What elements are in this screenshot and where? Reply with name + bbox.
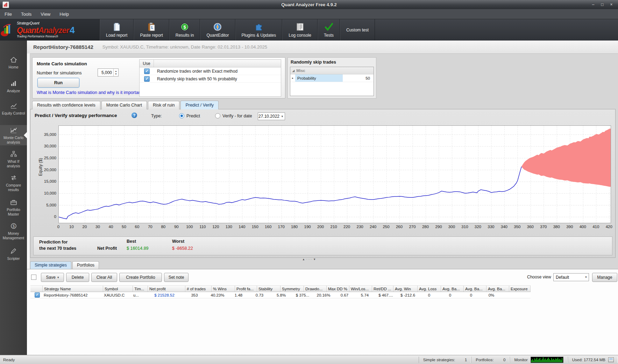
- column-header-symmetry[interactable]: Symmetry: [280, 286, 304, 292]
- verify-date-dropdown[interactable]: 27.10.2022 ▼: [258, 112, 285, 120]
- menu-help[interactable]: Help: [55, 9, 73, 19]
- tab-portfolios[interactable]: Portfolios: [72, 261, 99, 269]
- select-all-checkbox[interactable]: [31, 275, 36, 280]
- equity-chart-area: Equity ($) 05,00010,00015,00020,00025,00…: [33, 123, 612, 233]
- column-header-avg-ba-[interactable]: Avg. Ba...: [486, 286, 509, 292]
- view-dropdown[interactable]: Default ▼: [553, 273, 589, 281]
- spinner-arrows-icon[interactable]: ▲▼: [113, 69, 118, 76]
- simulation-option-row[interactable]: ✓Randomize trades order with Exact metho…: [140, 67, 281, 75]
- create-portfolio-button[interactable]: Create Portfolio: [119, 273, 162, 282]
- column-header-net-profit[interactable]: Net profit: [148, 286, 185, 292]
- simulation-option-row[interactable]: ✓Randomly skip trades with 50 % probabil…: [140, 75, 281, 83]
- cell-strategy-name: ReportHistory-76885142: [42, 292, 102, 298]
- table-row[interactable]: ✓ReportHistory-76885142XAUUSD.Cu...$ 215…: [30, 292, 531, 298]
- tab-simple-strategies[interactable]: Simple strategies: [30, 261, 71, 269]
- column-header-avg-win[interactable]: Avg. Win: [393, 286, 418, 292]
- column-header-avg-ba-[interactable]: Avg. Ba...: [441, 286, 464, 292]
- splitter-down-icon[interactable]: ▼: [313, 258, 316, 261]
- maximize-button[interactable]: □: [598, 1, 606, 8]
- minimize-button[interactable]: –: [589, 1, 597, 8]
- tab-results-with-confidence-levels[interactable]: Results with confidence levels: [32, 101, 100, 109]
- splitter-grip-icon[interactable]: · · · ·: [306, 258, 312, 261]
- horizontal-splitter[interactable]: ▲ · · · · ▼: [0, 258, 618, 261]
- toolbar-tests-button[interactable]: Tests: [318, 19, 340, 41]
- toolbar-plugins-updates-button[interactable]: Plugins & Updates: [235, 19, 283, 41]
- menu-view[interactable]: View: [36, 9, 55, 19]
- button-label: Set note: [169, 275, 184, 280]
- set-note-button[interactable]: Set note: [164, 273, 189, 282]
- monte-carlo-info-link[interactable]: What is Monte Carlo simulation and why i…: [37, 90, 144, 95]
- sidebar-item-analyze[interactable]: Analyze: [0, 78, 27, 99]
- x-axis-tick-label: 410: [591, 225, 601, 229]
- sidebar-item-what-if-analysis[interactable]: What If analysis: [0, 149, 27, 169]
- y-axis-tick-label: 5,000: [40, 203, 56, 207]
- sidebar-item-home[interactable]: Home: [0, 54, 27, 75]
- column-header-stability[interactable]: Stability: [257, 286, 280, 292]
- manage-button[interactable]: Manage: [592, 273, 617, 282]
- verify-radio[interactable]: Verify - for date: [215, 113, 252, 118]
- checkbox-checked-icon[interactable]: ✓: [144, 76, 150, 82]
- x-axis-tick-label: 370: [538, 225, 549, 229]
- best-value: $ 16014.89: [127, 246, 149, 251]
- clear-all-button[interactable]: Clear All: [91, 273, 117, 282]
- column-header-avg-loss[interactable]: Avg. Loss: [418, 286, 441, 292]
- toolbar-paste-report-button[interactable]: Paste report: [134, 19, 169, 41]
- column-header-drawdo-[interactable]: Drawdo...: [304, 286, 327, 292]
- menu-file[interactable]: File: [0, 9, 16, 19]
- column-header-win-los-[interactable]: Win/Los...: [349, 286, 372, 292]
- group-collapse-icon[interactable]: ◢: [292, 69, 294, 72]
- column-header--of-trades[interactable]: # of trades: [185, 286, 212, 292]
- predict-radio[interactable]: Predict: [179, 113, 200, 118]
- column-header-max-dd-[interactable]: Max DD %: [327, 286, 349, 292]
- tab-predict-verify[interactable]: Predict / Verify: [180, 101, 219, 109]
- column-header-avg-ba-[interactable]: Avg. Ba...: [464, 286, 486, 292]
- toolbar-button-label: Results in: [176, 33, 194, 38]
- column-header--wins[interactable]: % Wins: [212, 286, 235, 292]
- logo-chart-icon: [0, 23, 15, 37]
- column-header-strategy-name[interactable]: Strategy Name: [43, 286, 103, 292]
- sidebar-item-scripter[interactable]: Scripter: [0, 246, 27, 266]
- splitter-up-icon[interactable]: ▲: [302, 258, 305, 261]
- column-header-symbol[interactable]: Symbol: [103, 286, 133, 292]
- view-dropdown-value: Default: [554, 275, 583, 280]
- plugins-icon: [254, 22, 263, 31]
- toolbar-results-in-button[interactable]: $Results in: [169, 19, 200, 41]
- tab-risk-of-ruin[interactable]: Risk of ruin: [148, 101, 180, 109]
- simulations-count-spinner[interactable]: 5,000 ▲▼: [98, 68, 119, 77]
- checkbox-checked-icon[interactable]: ✓: [144, 68, 150, 74]
- delete-button[interactable]: Delete: [66, 273, 89, 282]
- menu-tools[interactable]: Tools: [16, 9, 36, 19]
- row-expand-icon[interactable]: ▸: [290, 77, 295, 80]
- predict-radio-icon[interactable]: [179, 113, 184, 118]
- row-checkbox-checked-icon[interactable]: ✓: [35, 292, 40, 298]
- toolbar-custom-test-button[interactable]: Custom test: [340, 19, 375, 41]
- tab-monte-carlo-chart[interactable]: Monte Carlo Chart: [101, 101, 147, 109]
- column-header-profit-fa-[interactable]: Profit fa...: [235, 286, 257, 292]
- toolbar-load-report-button[interactable]: Load report: [100, 19, 134, 41]
- property-name[interactable]: Probability: [295, 74, 343, 82]
- sidebar-item-compare-results[interactable]: Compare results: [0, 173, 27, 193]
- close-button[interactable]: ×: [608, 1, 615, 8]
- toolbar-log-console-button[interactable]: Log console: [282, 19, 318, 41]
- sidebar-item-portfolio-master[interactable]: Portfolio Master: [0, 197, 27, 217]
- property-group-misc[interactable]: ◢ Misc: [290, 67, 374, 74]
- sidebar-nav: HomeAnalyzeEquity ControlMonte Carlo ana…: [0, 41, 27, 355]
- probability-property-row[interactable]: ▸ Probability 50: [290, 74, 374, 82]
- help-icon[interactable]: ?: [132, 112, 137, 118]
- column-header-tim-[interactable]: Tim...: [133, 286, 148, 292]
- toolbar-quanteditor-button[interactable]: QuantEditor: [200, 19, 235, 41]
- sidebar-item-equity-control[interactable]: Equity Control: [0, 101, 27, 121]
- run-button[interactable]: Run: [37, 78, 79, 88]
- cell-avg-ba-: 0: [461, 292, 482, 298]
- save-button[interactable]: Save▾: [41, 273, 64, 282]
- cell-stability: 0.73: [249, 292, 270, 298]
- verify-radio-icon[interactable]: [215, 113, 220, 118]
- column-header-ret-dd-[interactable]: Ret/DD ...: [372, 286, 393, 292]
- portfolios-label: Portfolios:: [476, 358, 493, 362]
- sidebar-item-monte-carlo-analysis[interactable]: Monte Carlo analysis: [0, 125, 27, 145]
- x-axis-tick-label: 290: [433, 225, 444, 229]
- property-value[interactable]: 50: [343, 76, 374, 80]
- x-axis-tick-label: 250: [381, 225, 391, 229]
- sidebar-item-money-management[interactable]: $Money Management: [0, 221, 27, 241]
- column-header-exposure[interactable]: Exposure: [509, 286, 531, 292]
